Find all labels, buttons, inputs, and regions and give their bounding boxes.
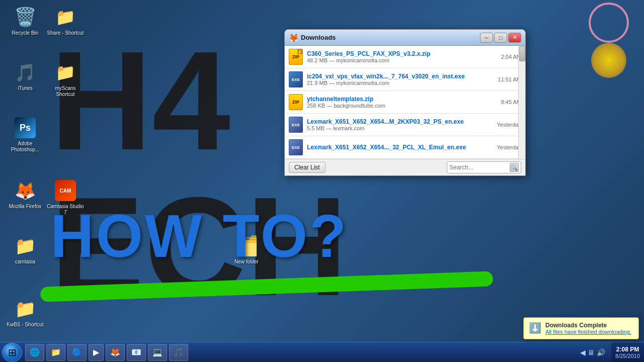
download-item[interactable]: EXE ic204_vxl_vps_vfax_win2k..._7_764_v3… — [285, 68, 525, 91]
desktop-icon-itunes[interactable]: 🎵 iTunes — [5, 60, 45, 92]
exe-file-icon: EXE — [289, 71, 303, 87]
adobe-ps-icon: Ps — [13, 116, 37, 140]
file-info: Lexmark_X651_X652_X654..._32_PCL_XL_Emul… — [307, 144, 493, 151]
window-footer: Clear List 🔍 — [285, 159, 525, 175]
taskbar-app-ie2[interactable]: 🔵 — [67, 344, 87, 361]
explorer-icon: 📁 — [51, 347, 61, 357]
misc-icon: 🎵 — [174, 347, 184, 357]
share-label: Share - Shortcut — [47, 30, 84, 36]
file-source: mykonicaminolta.com — [336, 80, 389, 86]
share-icon: 📁 — [53, 5, 77, 29]
search-button[interactable]: 🔍 — [510, 163, 519, 172]
clock-time: 2:08 PM — [616, 346, 639, 353]
download-item[interactable]: EXE Lexmark_X651_X652_X654...M_2KXP03_32… — [285, 114, 525, 136]
itunes-label: iTunes — [18, 85, 33, 92]
file-size: 258 KB — [307, 103, 325, 109]
file-source: lexmark.com — [333, 125, 364, 131]
myscans-icon: 📁 — [53, 60, 77, 84]
pink-circle-indicator — [589, 3, 629, 43]
desktop-icon-kwbs[interactable]: 📁 KwBS - Shortcut — [5, 297, 45, 328]
close-button[interactable]: ✕ — [508, 33, 521, 43]
bg-h4-text: H4 — [50, 30, 230, 171]
file-size: 48.2 MB — [307, 57, 328, 63]
recycle-bin-icon: 🗑️ — [13, 5, 37, 29]
scrollbar-thumb[interactable] — [519, 46, 525, 61]
taskbar-app-ie[interactable]: 🌐 — [25, 344, 44, 361]
tray-audio-icon[interactable]: 🔊 — [597, 348, 605, 356]
maximize-button[interactable]: □ — [494, 33, 507, 43]
notification-popup: ⬇️ Downloads Complete All files have fin… — [523, 317, 639, 339]
kwbs-icon: 📁 — [13, 297, 37, 321]
tray-arrow-icon[interactable]: ◀ — [580, 348, 586, 356]
taskbar-app-explorer[interactable]: 📁 — [46, 344, 65, 361]
tray-network-icon[interactable]: 🖥 — [588, 348, 595, 356]
desktop-icon-camtasia2[interactable]: 📁 camtasia — [5, 234, 45, 265]
file-meta: 258 KB — backgroundtube.com — [307, 103, 497, 109]
myscans-label: myScans Shortcut — [45, 85, 86, 98]
download-item[interactable]: ZIP ytchanneltemplates.zip 258 KB — back… — [285, 91, 525, 114]
downloads-window: 🦊 Downloads ─ □ ✕ ZIP Z C360_Series_PS_P… — [284, 29, 526, 176]
start-logo: ⊞ — [8, 346, 17, 358]
notification-download-icon: ⬇️ — [529, 322, 541, 334]
zip-file-icon: ZIP — [289, 94, 303, 110]
clock[interactable]: 2:08 PM 8/25/2010 — [611, 342, 644, 363]
file-name: Lexmark_X651_X652_X654...M_2KXP03_32_PS_… — [307, 118, 493, 125]
firefox-icon: 🦊 — [13, 178, 37, 203]
desktop-icon-share[interactable]: 📁 Share - Shortcut — [45, 5, 86, 36]
taskbar-app-computer[interactable]: 💻 — [148, 344, 167, 361]
titlebar-left: 🦊 Downloads — [289, 33, 336, 42]
start-button[interactable]: ⊞ — [2, 343, 22, 362]
download-item[interactable]: EXE Lexmark_X651_X652_X654..._32_PCL_XL_… — [285, 136, 525, 159]
taskbar-app-firefox[interactable]: 🦊 — [106, 344, 125, 361]
adobe-ps-label: Adobe Photoshop... — [5, 141, 45, 153]
file-info: ytchanneltemplates.zip 258 KB — backgrou… — [307, 96, 497, 109]
file-size: 21.9 MB — [307, 80, 328, 86]
file-meta: 48.2 MB — mykonicaminolta.com — [307, 57, 497, 63]
file-name: C360_Series_PS_PCL_FAX_XPS_v3.2.x.zip — [307, 50, 497, 57]
taskbar-app-media[interactable]: ▶ — [89, 344, 104, 361]
desktop-icon-adobe-ps[interactable]: Ps Adobe Photoshop... — [5, 116, 45, 153]
desktop-icon-firefox[interactable]: 🦊 Mozilla Firefox — [5, 178, 45, 210]
download-item[interactable]: ZIP Z C360_Series_PS_PCL_FAX_XPS_v3.2.x.… — [285, 46, 525, 68]
highlight-circle — [591, 43, 626, 78]
recycle-bin-label: Recycle Bin — [12, 30, 39, 36]
file-time: Yesterday — [497, 122, 521, 128]
email-icon: 📧 — [131, 347, 141, 357]
ie2-icon: 🔵 — [72, 347, 82, 357]
file-size: 5.5 MB — [307, 125, 325, 131]
itunes-icon: 🎵 — [13, 60, 37, 84]
computer-icon: 💻 — [152, 347, 163, 357]
minimize-button[interactable]: ─ — [480, 33, 493, 43]
clock-date: 8/25/2010 — [615, 353, 640, 359]
search-box: 🔍 — [447, 161, 521, 173]
file-source: backgroundtube.com — [334, 103, 385, 109]
file-source: mykonicaminolta.com — [336, 57, 389, 63]
scrollbar-track[interactable] — [518, 46, 525, 159]
desktop: H4 ECH HOW TO? 🗑️ Recycle Bin 📁 Share - … — [0, 0, 644, 362]
firefox-titlebar-icon: 🦊 — [289, 33, 298, 42]
search-input[interactable] — [449, 164, 510, 171]
notification-link[interactable]: All files have finished downloading. — [545, 329, 631, 335]
file-info: ic204_vxl_vps_vfax_win2k..._7_764_v3020_… — [307, 73, 494, 86]
how-to-area: HOW TO? — [50, 201, 553, 302]
zip-file-icon: ZIP Z — [289, 49, 303, 65]
file-source-sep: — — [327, 103, 334, 109]
green-stroke — [40, 271, 493, 302]
taskbar-app-misc[interactable]: 🎵 — [169, 344, 188, 361]
file-time: Yesterday — [497, 144, 521, 150]
desktop-icon-myscans[interactable]: 📁 myScans Shortcut — [45, 60, 86, 98]
file-meta: 21.9 MB — mykonicaminolta.com — [307, 80, 494, 86]
ie-icon: 🌐 — [30, 347, 40, 357]
file-name: ic204_vxl_vps_vfax_win2k..._7_764_v3020_… — [307, 73, 494, 80]
taskbar-app-email[interactable]: 📧 — [127, 344, 146, 361]
clear-list-button[interactable]: Clear List — [289, 162, 326, 173]
media-icon: ▶ — [93, 347, 99, 357]
window-titlebar: 🦊 Downloads ─ □ ✕ — [285, 30, 525, 46]
file-name: ytchanneltemplates.zip — [307, 96, 497, 103]
desktop-icon-recycle-bin[interactable]: 🗑️ Recycle Bin — [5, 5, 45, 36]
window-controls: ─ □ ✕ — [480, 33, 521, 43]
file-source-sep: — — [329, 80, 336, 86]
how-to-text: HOW TO? — [50, 201, 553, 270]
firefox-label: Mozilla Firefox — [9, 204, 41, 210]
file-info: Lexmark_X651_X652_X654...M_2KXP03_32_PS_… — [307, 118, 493, 131]
